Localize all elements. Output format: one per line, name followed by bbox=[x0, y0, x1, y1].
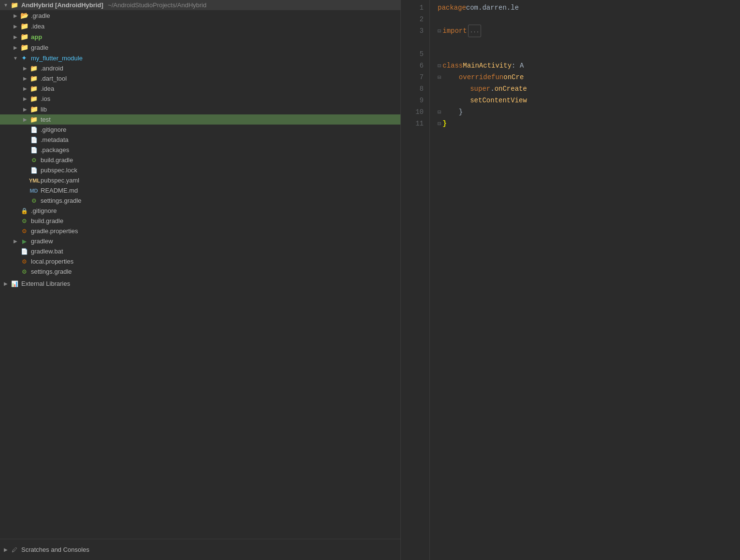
dart-tool-arrow: ▶ bbox=[21, 76, 29, 81]
pubspec-yaml-label: pubspec.yaml bbox=[41, 177, 400, 184]
ext-lib-arrow: ▶ bbox=[2, 281, 10, 286]
sidebar-item-external-libraries[interactable]: ▶ 📊 External Libraries bbox=[0, 279, 400, 289]
sidebar-item-gradlew-bat[interactable]: 📄 gradlew.bat bbox=[0, 246, 400, 256]
pubspec-yaml-icon: YML bbox=[29, 178, 39, 183]
class-close-fold-icon: ⊟ bbox=[438, 121, 441, 127]
scratches-icon: 🖊 bbox=[10, 546, 19, 553]
app-arrow: ▶ bbox=[12, 34, 19, 40]
sidebar-item-gitignore-flutter[interactable]: 📄 .gitignore bbox=[0, 125, 400, 135]
sidebar-item-gitignore-root[interactable]: 🔒 .gitignore bbox=[0, 206, 400, 216]
gitignore-flutter-icon: 📄 bbox=[29, 126, 39, 133]
sidebar-item-gradle2[interactable]: ▶ 📁 gradle bbox=[0, 42, 400, 53]
ios-label: .ios bbox=[41, 95, 400, 102]
code-editor[interactable]: package com.darren.le ⊟ import ... ⊟ cla… bbox=[430, 0, 740, 560]
line-number: 6 bbox=[401, 60, 424, 71]
keyword-fun: fun bbox=[491, 71, 503, 83]
idea2-folder-icon: 📁 bbox=[29, 85, 39, 92]
metadata-icon: 📄 bbox=[29, 137, 39, 143]
pubspec-lock-icon: 📄 bbox=[29, 167, 39, 174]
sidebar-item-settings-gradle-root[interactable]: ⚙ settings.gradle bbox=[0, 266, 400, 277]
sidebar-item-build-gradle-root[interactable]: ⚙ build.gradle bbox=[0, 216, 400, 226]
ios-folder-icon: 📁 bbox=[29, 95, 39, 102]
sidebar-item-settings-gradle-flutter[interactable]: ⚙ settings.gradle bbox=[0, 196, 400, 206]
sidebar-item-build-gradle-flutter[interactable]: ⚙ build.gradle bbox=[0, 155, 400, 165]
sidebar-item-metadata[interactable]: 📄 .metadata bbox=[0, 135, 400, 145]
code-line-1: package com.darren.le bbox=[438, 2, 740, 14]
gradle2-folder-icon: 📁 bbox=[19, 43, 29, 51]
pubspec-lock-label: pubspec.lock bbox=[41, 167, 400, 174]
android-folder-icon: 📁 bbox=[29, 65, 39, 72]
gitignore-root-icon: 🔒 bbox=[19, 208, 29, 214]
project-root[interactable]: ▼ 📁 AndHybrid [AndroidHybrid] ~/AndroidS… bbox=[0, 0, 400, 10]
android-arrow: ▶ bbox=[21, 66, 29, 71]
class-fold-icon[interactable]: ⊟ bbox=[438, 63, 441, 70]
idea-folder-icon: 📁 bbox=[19, 22, 29, 30]
build-gradle-flutter-label: build.gradle bbox=[41, 156, 400, 164]
build-gradle-flutter-icon: ⚙ bbox=[29, 157, 39, 164]
package-name: com.darren.le bbox=[466, 2, 519, 14]
sidebar-item-lib[interactable]: ▶ 📁 lib bbox=[0, 104, 400, 114]
sidebar-item-app[interactable]: ▶ 📁 app bbox=[0, 31, 400, 42]
local-properties-label: local.properties bbox=[31, 258, 400, 265]
sidebar-item-dart-tool[interactable]: ▶ 📁 .dart_tool bbox=[0, 73, 400, 84]
sidebar-item-readme[interactable]: MD README.md bbox=[0, 185, 400, 196]
line-number: 11 bbox=[401, 118, 424, 129]
code-line-8: super . onCreate bbox=[438, 83, 740, 95]
ext-lib-icon: 📊 bbox=[10, 280, 19, 287]
super-indent bbox=[438, 83, 470, 95]
metadata-label: .metadata bbox=[41, 136, 400, 143]
sidebar-item-idea2[interactable]: ▶ 📁 .idea bbox=[0, 84, 400, 94]
lib-label: lib bbox=[41, 106, 400, 113]
gradle2-label: gradle bbox=[31, 44, 400, 51]
keyword-super: super bbox=[470, 83, 490, 95]
sidebar-item-flutter-module[interactable]: ▼ ✦ my_flutter_module bbox=[0, 53, 400, 63]
import-fold-icon[interactable]: ⊟ bbox=[438, 28, 441, 35]
sidebar-item-packages[interactable]: 📄 .packages bbox=[0, 145, 400, 155]
set-content-view: setContentView bbox=[470, 95, 527, 106]
sidebar-item-local-properties[interactable]: ⚙ local.properties bbox=[0, 256, 400, 266]
method-fold-icon[interactable]: ⊟ bbox=[438, 74, 441, 81]
gradle-properties-label: gradle.properties bbox=[31, 227, 400, 235]
scratches-label: Scratches and Consoles bbox=[21, 546, 400, 553]
line-number: 10 bbox=[401, 106, 424, 118]
close-brace-class: } bbox=[442, 118, 446, 129]
code-line-7: ⊟ override fun onCre bbox=[438, 71, 740, 83]
sidebar-item-idea[interactable]: ▶ 📁 .idea bbox=[0, 21, 400, 31]
gradle-arrow: ▶ bbox=[12, 13, 19, 18]
app-label: app bbox=[31, 33, 400, 41]
gradle-properties-icon: ⚙ bbox=[19, 228, 29, 235]
method-indent bbox=[442, 71, 459, 83]
ios-arrow: ▶ bbox=[21, 96, 29, 101]
local-properties-icon: ⚙ bbox=[19, 258, 29, 265]
keyword-class: class bbox=[442, 60, 463, 71]
class-colon: : A bbox=[512, 60, 524, 71]
sidebar-item-gradlew[interactable]: ▶ ▶ gradlew bbox=[0, 236, 400, 246]
method-name: onCre bbox=[503, 71, 524, 83]
sidebar-item-gradle[interactable]: ▶ 📂 .gradle bbox=[0, 10, 400, 21]
packages-icon: 📄 bbox=[29, 147, 39, 154]
settings-gradle-flutter-label: settings.gradle bbox=[41, 197, 400, 204]
sidebar-item-test[interactable]: ▶ 📁 test bbox=[0, 114, 400, 125]
line-number: 7 bbox=[401, 71, 424, 83]
sidebar-item-pubspec-lock[interactable]: 📄 pubspec.lock bbox=[0, 165, 400, 175]
set-indent bbox=[438, 95, 470, 106]
sidebar-item-gradle-properties[interactable]: ⚙ gradle.properties bbox=[0, 226, 400, 236]
sidebar-item-pubspec-yaml[interactable]: YML pubspec.yaml bbox=[0, 175, 400, 185]
settings-gradle-root-label: settings.gradle bbox=[31, 268, 400, 275]
line-number: 5 bbox=[401, 48, 424, 60]
scratches-arrow: ▶ bbox=[2, 547, 10, 552]
sidebar-item-scratches[interactable]: ▶ 🖊 Scratches and Consoles bbox=[0, 539, 400, 560]
code-line-2 bbox=[438, 14, 740, 25]
project-root-label: AndHybrid [AndroidHybrid] ~/AndroidStudi… bbox=[21, 1, 400, 9]
sidebar-item-android[interactable]: ▶ 📁 .android bbox=[0, 63, 400, 73]
build-gradle-root-icon: ⚙ bbox=[19, 218, 29, 224]
gradle-folder-icon: 📂 bbox=[19, 12, 29, 19]
packages-label: .packages bbox=[41, 146, 400, 154]
gitignore-root-label: .gitignore bbox=[31, 207, 400, 214]
import-collapsed-indicator[interactable]: ... bbox=[468, 25, 482, 37]
sidebar-item-ios[interactable]: ▶ 📁 .ios bbox=[0, 94, 400, 104]
lib-folder-icon: 📁 bbox=[29, 105, 39, 113]
gradlew-icon: ▶ bbox=[19, 238, 29, 245]
class-name: MainActivity bbox=[463, 60, 512, 71]
super-method: onCreate bbox=[495, 83, 527, 95]
